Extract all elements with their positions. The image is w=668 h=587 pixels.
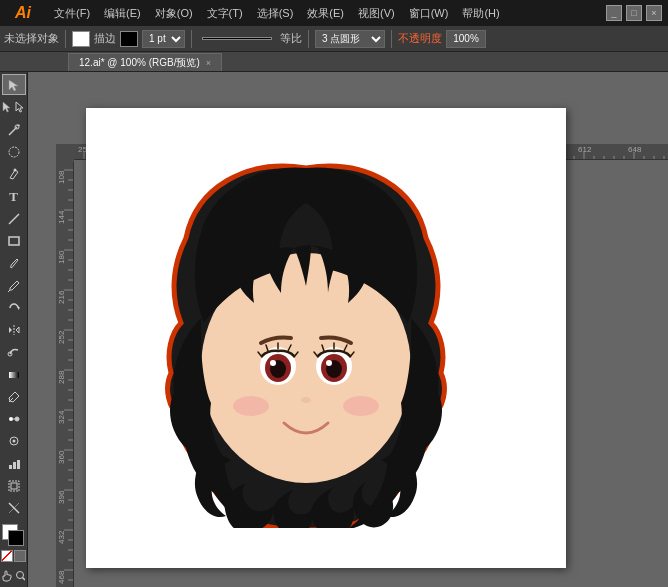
svg-point-5 bbox=[13, 169, 16, 172]
opt-divider-3 bbox=[308, 30, 309, 48]
pencil-tool[interactable] bbox=[2, 275, 26, 296]
stroke-line-preview bbox=[202, 37, 272, 40]
direct-selection-tool[interactable] bbox=[1, 96, 13, 118]
svg-rect-23 bbox=[11, 483, 17, 489]
group-selection-tool[interactable] bbox=[14, 96, 26, 118]
tab-bar: 12.ai* @ 100% (RGB/预览) × bbox=[0, 52, 668, 72]
color-mode-row bbox=[1, 550, 26, 562]
selection-label: 未选择对象 bbox=[4, 31, 59, 46]
opt-divider-4 bbox=[391, 30, 392, 48]
options-bar: 未选择对象 描边 1 pt 2 pt 3 pt 等比 3 点圆形 不透明度 bbox=[0, 26, 668, 52]
menu-effect[interactable]: 效果(E) bbox=[301, 4, 350, 23]
pen-tool[interactable] bbox=[2, 164, 26, 185]
stroke-color-swatch[interactable] bbox=[120, 31, 138, 47]
svg-line-8 bbox=[8, 290, 10, 292]
rect-tool[interactable] bbox=[2, 231, 26, 252]
eyedropper-tool[interactable] bbox=[2, 386, 26, 407]
menu-help[interactable]: 帮助(H) bbox=[456, 4, 505, 23]
close-button[interactable]: × bbox=[646, 5, 662, 21]
menu-select[interactable]: 选择(S) bbox=[251, 4, 300, 23]
svg-rect-12 bbox=[9, 372, 19, 378]
zoom-tool[interactable] bbox=[14, 565, 26, 587]
title-bar: Ai 文件(F) 编辑(E) 对象(O) 文字(T) 选择(S) 效果(E) 视… bbox=[0, 0, 668, 26]
svg-point-15 bbox=[15, 417, 19, 421]
opt-divider-2 bbox=[191, 30, 192, 48]
canvas-area[interactable] bbox=[28, 72, 668, 587]
opacity-label: 不透明度 bbox=[398, 31, 442, 46]
svg-rect-21 bbox=[17, 460, 20, 469]
window-controls: _ □ × bbox=[606, 5, 662, 21]
line-tool[interactable] bbox=[2, 208, 26, 229]
extra-tools-row bbox=[1, 565, 26, 587]
opacity-input[interactable] bbox=[446, 30, 486, 48]
lasso-tool[interactable] bbox=[2, 142, 26, 163]
svg-rect-7 bbox=[9, 237, 19, 245]
artboard[interactable] bbox=[86, 108, 566, 568]
app-logo: Ai bbox=[6, 0, 40, 26]
menu-window[interactable]: 窗口(W) bbox=[403, 4, 455, 23]
svg-point-49 bbox=[343, 396, 379, 416]
color-mode[interactable] bbox=[14, 550, 26, 562]
svg-point-18 bbox=[12, 440, 15, 443]
color-swatches bbox=[2, 524, 26, 547]
shape-select[interactable]: 3 点圆形 bbox=[315, 30, 385, 48]
menu-file[interactable]: 文件(F) bbox=[48, 4, 96, 23]
menu-text[interactable]: 文字(T) bbox=[201, 4, 249, 23]
toolbar: T bbox=[0, 72, 28, 587]
svg-point-47 bbox=[301, 397, 311, 403]
menu-view[interactable]: 视图(V) bbox=[352, 4, 401, 23]
svg-point-35 bbox=[270, 360, 276, 366]
canvas-container bbox=[46, 88, 668, 587]
maximize-button[interactable]: □ bbox=[626, 5, 642, 21]
svg-line-27 bbox=[23, 577, 26, 580]
artboard-tool[interactable] bbox=[2, 475, 26, 496]
svg-point-48 bbox=[233, 396, 269, 416]
none-color[interactable] bbox=[1, 550, 13, 562]
magic-wand-tool[interactable] bbox=[2, 119, 26, 140]
tab-close-button[interactable]: × bbox=[206, 58, 211, 68]
symbol-sprayer-tool[interactable] bbox=[2, 431, 26, 452]
svg-point-36 bbox=[326, 360, 332, 366]
rotate-tool[interactable] bbox=[2, 297, 26, 318]
character-svg bbox=[136, 138, 476, 528]
ruler-corner bbox=[56, 144, 74, 162]
warp-tool[interactable] bbox=[2, 342, 26, 363]
type-tool[interactable]: T bbox=[2, 186, 26, 207]
svg-rect-19 bbox=[9, 465, 12, 469]
blend-tool[interactable] bbox=[2, 409, 26, 430]
hand-tool[interactable] bbox=[1, 565, 13, 587]
column-graph-tool[interactable] bbox=[2, 453, 26, 474]
reflect-tool[interactable] bbox=[2, 320, 26, 341]
tab-label: 12.ai* @ 100% (RGB/预览) bbox=[79, 56, 200, 70]
stroke-text-label: 描边 bbox=[94, 31, 116, 46]
ratio-label: 等比 bbox=[280, 31, 302, 46]
gradient-tool[interactable] bbox=[2, 364, 26, 385]
opt-divider-1 bbox=[65, 30, 66, 48]
background-color[interactable] bbox=[8, 530, 24, 546]
fill-color-swatch[interactable] bbox=[72, 31, 90, 47]
paintbrush-tool[interactable] bbox=[2, 253, 26, 274]
svg-point-14 bbox=[9, 417, 13, 421]
stroke-width-select[interactable]: 1 pt 2 pt 3 pt bbox=[142, 30, 185, 48]
menu-bar: 文件(F) 编辑(E) 对象(O) 文字(T) 选择(S) 效果(E) 视图(V… bbox=[48, 4, 598, 23]
menu-edit[interactable]: 编辑(E) bbox=[98, 4, 147, 23]
svg-rect-20 bbox=[13, 462, 16, 469]
slice-tool[interactable] bbox=[2, 498, 26, 519]
main-area: T bbox=[0, 72, 668, 587]
menu-object[interactable]: 对象(O) bbox=[149, 4, 199, 23]
selection-tool[interactable] bbox=[2, 74, 26, 95]
svg-point-4 bbox=[9, 147, 19, 157]
svg-marker-9 bbox=[18, 306, 20, 310]
svg-line-6 bbox=[9, 214, 19, 224]
svg-point-26 bbox=[17, 571, 24, 578]
minimize-button[interactable]: _ bbox=[606, 5, 622, 21]
active-tab[interactable]: 12.ai* @ 100% (RGB/预览) × bbox=[68, 53, 222, 71]
